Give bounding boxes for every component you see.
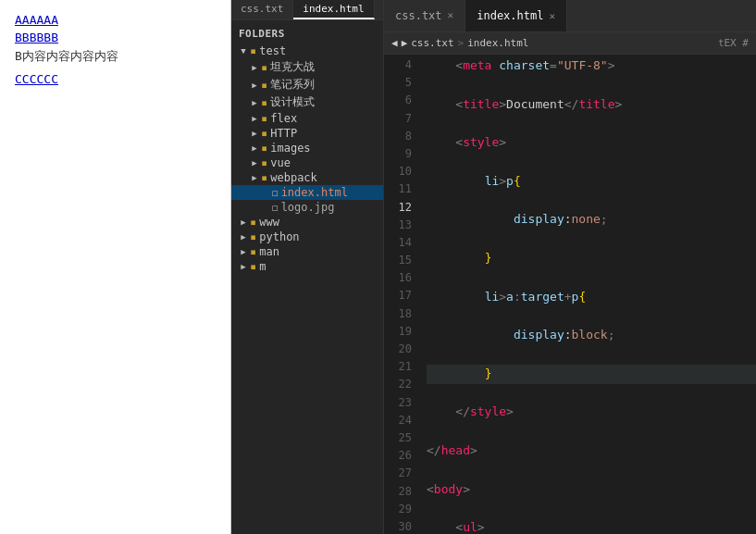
tree-folder-test[interactable]: ▼ ▪ test [231, 43, 383, 58]
tab-label-index: index.html [477, 9, 543, 22]
breadcrumb-file: index.html [467, 37, 528, 49]
folder-icon: ▪ [261, 127, 267, 140]
line-num-11: 11 [384, 180, 412, 198]
nav-link-b[interactable]: BBBBBB [15, 31, 58, 44]
line-num-27: 27 [384, 465, 412, 482]
editor-tab-css[interactable]: css.txt ✕ [384, 0, 465, 31]
tree-folder-images[interactable]: ▶ ▪ images [231, 141, 383, 155]
folder-icon: ▪ [250, 260, 256, 273]
arrow-icon: ▶ [250, 173, 259, 182]
tree-folder-tankzhan[interactable]: ▶ ▪ 坦克大战 [231, 58, 383, 76]
explorer-tab-index[interactable]: index.html [293, 0, 374, 19]
folder-icon: ▪ [250, 216, 256, 229]
nav-item-c[interactable]: CCCCCC [15, 72, 216, 86]
code-line-5: <title>Document</title> [427, 95, 756, 115]
folder-label: test [259, 44, 286, 57]
file-label: logo.jpg [281, 201, 335, 214]
breadcrumb-css: css.txt [411, 37, 453, 49]
folder-icon: ▪ [250, 245, 256, 258]
line-num-9: 9 [384, 145, 412, 163]
line-num-22: 22 [384, 376, 412, 393]
preview-nav-list: AAAAAA BBBBBB [15, 13, 216, 44]
nav-link-a[interactable]: AAAAAA [15, 13, 58, 27]
toolbar-extra: tEX # [718, 37, 749, 49]
folder-label: vue [270, 156, 291, 169]
folder-icon: ▪ [261, 171, 267, 184]
editor-tab-index[interactable]: index.html ✕ [465, 0, 567, 31]
preview-nav-list-2: CCCCCC [15, 72, 216, 86]
close-tab-css[interactable]: ✕ [448, 9, 454, 21]
tree-folder-flex[interactable]: ▶ ▪ flex [231, 111, 383, 126]
arrow-icon: ▶ [250, 143, 259, 153]
line-num-15: 15 [384, 252, 412, 269]
explorer-tab-css[interactable]: css.txt [231, 0, 293, 19]
forward-button[interactable]: ▶ [402, 37, 408, 49]
folder-label: webpack [270, 171, 317, 184]
line-num-28: 28 [384, 483, 412, 501]
code-area[interactable]: <meta charset="UTF-8"> <title>Document</… [419, 55, 756, 534]
arrow-icon: ▶ [250, 114, 259, 123]
arrow-icon: ▶ [250, 129, 259, 138]
line-num-19: 19 [384, 323, 412, 341]
folder-label: HTTP [270, 127, 297, 140]
folder-label: python [259, 230, 299, 243]
arrow-icon: ▶ [250, 98, 259, 107]
line-num-24: 24 [384, 412, 412, 429]
tree-folder-m[interactable]: ▶ ▪ m [231, 259, 383, 274]
back-button[interactable]: ◀ [391, 37, 398, 49]
line-num-17: 17 [384, 287, 412, 304]
arrow-icon: ▶ [239, 232, 248, 242]
code-line-15: <body> [427, 480, 756, 500]
folder-icon: ▪ [250, 230, 256, 243]
line-numbers: 4 5 6 7 8 9 10 11 12 13 14 15 16 17 18 1… [384, 55, 419, 534]
line-num-30: 30 [384, 518, 412, 534]
line-num-26: 26 [384, 447, 412, 465]
code-line-14: </head> [427, 441, 756, 461]
file-icon: ◻ [272, 187, 279, 199]
folder-icon: ▪ [250, 44, 256, 57]
folder-icon: ▪ [261, 96, 267, 109]
line-num-16: 16 [384, 269, 412, 287]
tree-folder-http[interactable]: ▶ ▪ HTTP [231, 126, 383, 141]
folder-icon: ▪ [261, 61, 267, 74]
arrow-icon: ▶ [250, 63, 259, 72]
explorer-panel: css.txt index.html FOLDERS ▼ ▪ test ▶ ▪ … [231, 0, 384, 534]
editor-toolbar: ◀ ▶ css.txt > index.html tEX # [384, 32, 756, 55]
explorer-tab-bar: css.txt index.html [231, 0, 383, 20]
preview-panel: AAAAAA BBBBBB B内容内容内容内容 CCCCCC [0, 0, 231, 534]
tree-folder-man[interactable]: ▶ ▪ man [231, 244, 383, 259]
folder-label: 设计模式 [270, 94, 315, 110]
close-tab-index[interactable]: ✕ [549, 10, 555, 22]
code-line-8: display:none; [427, 210, 756, 230]
editor-panel: css.txt ✕ index.html ✕ ◀ ▶ css.txt > ind… [384, 0, 756, 534]
tree-folder-webpack[interactable]: ▶ ▪ webpack [231, 170, 383, 185]
nav-link-c[interactable]: CCCCCC [15, 72, 58, 86]
tree-folder-www[interactable]: ▶ ▪ www [231, 215, 383, 230]
nav-item-b[interactable]: BBBBBB [15, 31, 216, 44]
line-num-25: 25 [384, 429, 412, 447]
arrow-icon: ▶ [239, 217, 248, 227]
code-line-6: <style> [427, 133, 756, 153]
code-line-4: <meta charset="UTF-8"> [427, 56, 756, 76]
tree-folder-vue[interactable]: ▶ ▪ vue [231, 155, 383, 170]
arrow-icon: ▶ [239, 262, 248, 271]
folder-label: m [259, 260, 266, 273]
folder-icon: ▪ [261, 112, 267, 125]
breadcrumb-sep: > [458, 37, 465, 49]
file-label: index.html [281, 186, 348, 199]
line-num-10: 10 [384, 163, 412, 180]
tree-folder-design[interactable]: ▶ ▪ 设计模式 [231, 93, 383, 111]
editor-content[interactable]: 4 5 6 7 8 9 10 11 12 13 14 15 16 17 18 1… [384, 55, 756, 534]
folder-label: www [259, 216, 279, 229]
tree-folder-notes[interactable]: ▶ ▪ 笔记系列 [231, 76, 383, 93]
folder-icon: ▪ [261, 156, 267, 169]
preview-content-b: B内容内容内容内容 [15, 48, 216, 65]
tree-folder-python[interactable]: ▶ ▪ python [231, 230, 383, 244]
tab-label-css: css.txt [395, 9, 442, 22]
tree-file-logo-jpg[interactable]: ◻ logo.jpg [231, 200, 383, 215]
line-num-13: 13 [384, 217, 412, 234]
tree-file-index-html[interactable]: ◻ index.html [231, 185, 383, 200]
line-num-8: 8 [384, 128, 412, 145]
nav-item-a[interactable]: AAAAAA [15, 13, 216, 27]
code-line-10: li>a:target+p{ [427, 288, 756, 307]
